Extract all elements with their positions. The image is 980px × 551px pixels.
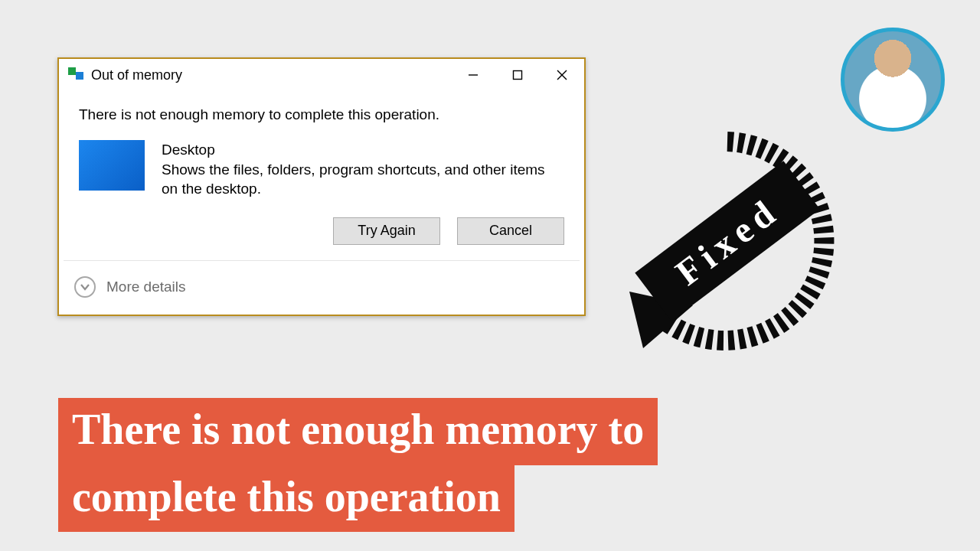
out-of-memory-dialog: Out of memory There is not enough memory… — [57, 57, 586, 316]
more-details-label: More details — [106, 279, 186, 295]
maximize-button[interactable] — [495, 59, 540, 91]
item-name: Desktop — [162, 140, 564, 160]
try-again-button[interactable]: Try Again — [333, 217, 440, 245]
headline-line-1: There is not enough memory to — [58, 398, 658, 465]
window-title: Out of memory — [91, 67, 451, 83]
fixed-badge: Fixed — [605, 119, 850, 364]
app-icon — [68, 67, 83, 83]
avatar — [841, 28, 945, 132]
close-button[interactable] — [540, 59, 584, 91]
headline-line-2: complete this operation — [58, 465, 514, 533]
cancel-button[interactable]: Cancel — [457, 217, 564, 245]
item-desc-text: Shows the files, folders, program shortc… — [162, 161, 545, 197]
desktop-icon — [79, 140, 145, 191]
more-details-toggle[interactable]: More details — [59, 261, 584, 315]
item-description: Desktop Shows the files, folders, progra… — [162, 140, 564, 199]
chevron-down-icon — [74, 276, 96, 298]
error-message: There is not enough memory to complete t… — [79, 106, 564, 123]
thumbnail-headline: There is not enough memory to complete t… — [58, 398, 658, 532]
titlebar: Out of memory — [59, 59, 584, 91]
svg-rect-1 — [514, 71, 522, 80]
minimize-button[interactable] — [451, 59, 495, 91]
